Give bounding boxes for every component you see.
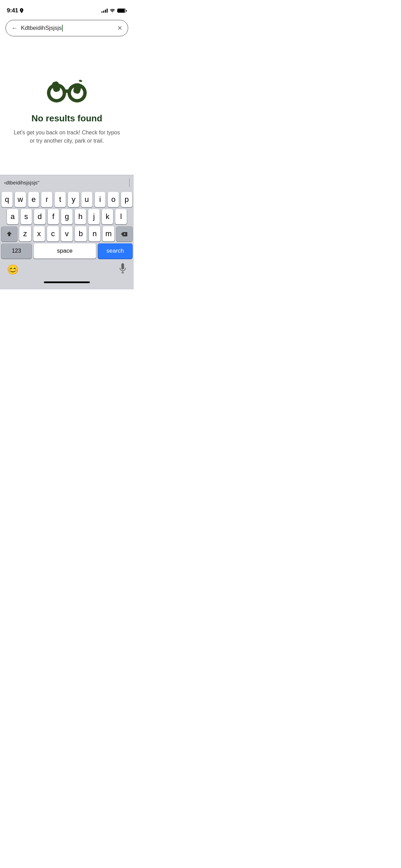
key-r[interactable]: r <box>41 192 52 207</box>
back-button[interactable]: ← <box>11 25 17 31</box>
key-h[interactable]: h <box>75 209 86 224</box>
binoculars-icon <box>45 71 89 106</box>
status-time: 9:41 <box>7 7 24 14</box>
empty-state: No results found Let's get you back on t… <box>0 40 134 175</box>
key-i[interactable]: i <box>95 192 106 207</box>
status-icons <box>101 8 127 14</box>
key-q[interactable]: q <box>1 192 13 207</box>
search-input-value: KdtbeidihSjsjsjs <box>21 25 62 31</box>
key-k[interactable]: k <box>102 209 113 224</box>
key-u[interactable]: u <box>81 192 93 207</box>
location-icon <box>20 8 24 13</box>
keyboard-row-1: q w e r t y u i o p <box>0 190 134 207</box>
key-j[interactable]: j <box>88 209 100 224</box>
keyboard-row-3: z x c v b n m <box>0 224 134 241</box>
key-o[interactable]: o <box>108 192 119 207</box>
space-key[interactable]: space <box>34 243 96 258</box>
key-p[interactable]: p <box>121 192 132 207</box>
key-e[interactable]: e <box>28 192 39 207</box>
suggestion-text: ‹dtbeidihsjsjsjs" <box>4 180 39 185</box>
backspace-key[interactable] <box>117 226 132 241</box>
shift-key[interactable] <box>1 226 17 241</box>
key-z[interactable]: z <box>19 226 31 241</box>
home-bar <box>44 281 90 283</box>
status-bar: 9:41 <box>0 0 134 16</box>
svg-rect-8 <box>121 263 124 269</box>
key-x[interactable]: x <box>33 226 45 241</box>
clear-button[interactable]: ✕ <box>117 24 122 32</box>
home-indicator <box>0 278 134 289</box>
no-results-subtitle: Let's get you back on track! Check for t… <box>12 129 122 145</box>
search-input[interactable]: KdtbeidihSjsjsjs <box>21 25 114 32</box>
key-y[interactable]: y <box>68 192 79 207</box>
emoji-row: 😊 <box>0 260 134 278</box>
keyboard: q w e r t y u i o p a s d f g h j k l z … <box>0 190 134 289</box>
key-a[interactable]: a <box>7 209 19 224</box>
key-d[interactable]: d <box>34 209 46 224</box>
numbers-key[interactable]: 123 <box>1 243 32 258</box>
battery-icon <box>117 9 127 13</box>
key-f[interactable]: f <box>48 209 59 224</box>
key-v[interactable]: v <box>61 226 73 241</box>
time-label: 9:41 <box>7 7 18 14</box>
emoji-button[interactable]: 😊 <box>7 264 19 275</box>
key-w[interactable]: w <box>15 192 26 207</box>
key-s[interactable]: s <box>21 209 32 224</box>
key-l[interactable]: l <box>115 209 127 224</box>
svg-rect-4 <box>63 89 70 93</box>
keyboard-row-2: a s d f g h j k l <box>0 207 134 224</box>
suggestion-separator <box>129 179 130 187</box>
key-t[interactable]: t <box>54 192 66 207</box>
signal-icon <box>101 9 108 13</box>
search-bar-container: ← KdtbeidihSjsjsjs ✕ <box>0 16 134 40</box>
key-c[interactable]: c <box>47 226 59 241</box>
wifi-icon <box>110 8 115 14</box>
search-bar: ← KdtbeidihSjsjsjs ✕ <box>5 20 128 36</box>
key-b[interactable]: b <box>75 226 87 241</box>
key-n[interactable]: n <box>89 226 101 241</box>
no-results-title: No results found <box>32 113 102 124</box>
microphone-button[interactable] <box>119 263 127 276</box>
suggestion-bar: ‹dtbeidihsjsjsjs" <box>0 175 134 190</box>
key-m[interactable]: m <box>102 226 114 241</box>
text-cursor <box>62 25 63 32</box>
search-key[interactable]: search <box>98 243 132 258</box>
keyboard-bottom-row: 123 space search <box>0 241 134 260</box>
key-g[interactable]: g <box>61 209 73 224</box>
svg-point-7 <box>78 79 82 82</box>
